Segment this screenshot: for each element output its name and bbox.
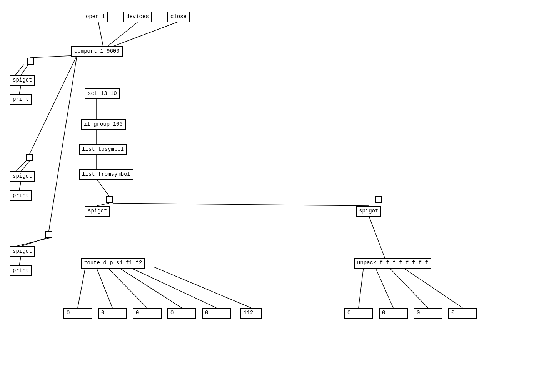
- toggle3[interactable]: [106, 196, 113, 203]
- unum1-label: 0: [347, 310, 350, 316]
- svg-line-31: [375, 267, 393, 308]
- svg-line-15: [96, 178, 109, 196]
- num5-label: 0: [205, 310, 208, 316]
- listfromsymbol-node[interactable]: list fromsymbol: [79, 169, 133, 180]
- sel-node[interactable]: sel 13 10: [85, 88, 120, 99]
- svg-line-16: [97, 203, 109, 206]
- svg-line-21: [16, 238, 50, 246]
- spigot4-node[interactable]: spigot: [10, 246, 35, 257]
- route-node[interactable]: route d p s1 f1 f2: [81, 258, 145, 269]
- toggle4[interactable]: [45, 231, 52, 238]
- unum4-node[interactable]: 0: [448, 308, 477, 319]
- unum1-node[interactable]: 0: [344, 308, 373, 319]
- unum2-label: 0: [382, 310, 385, 316]
- spigot4-label: spigot: [13, 248, 32, 254]
- unum3-node[interactable]: 0: [414, 308, 442, 319]
- unum4-label: 0: [451, 310, 454, 316]
- spigot1-node[interactable]: spigot: [10, 75, 35, 86]
- print3-label: print: [13, 267, 29, 274]
- num5-node[interactable]: 0: [202, 308, 231, 319]
- print1-node[interactable]: print: [10, 94, 32, 105]
- comport-label: comport 1 9600: [74, 48, 120, 54]
- spigot1-label: spigot: [13, 77, 32, 83]
- svg-line-14: [19, 180, 21, 190]
- num1-label: 0: [67, 310, 70, 316]
- num6-node[interactable]: 112: [240, 308, 262, 319]
- print3-node[interactable]: print: [10, 265, 32, 276]
- unum3-label: 0: [417, 310, 420, 316]
- unum2-node[interactable]: 0: [379, 308, 408, 319]
- svg-line-26: [118, 267, 182, 308]
- spigot3-node[interactable]: spigot: [85, 206, 110, 217]
- svg-line-13: [16, 161, 26, 171]
- open1-node[interactable]: open 1: [83, 12, 108, 22]
- svg-line-3: [30, 55, 77, 58]
- open1-label: open 1: [86, 13, 105, 20]
- svg-line-2: [113, 21, 181, 46]
- spigot3-label: spigot: [88, 208, 107, 214]
- print2-label: print: [13, 192, 29, 199]
- svg-line-6: [19, 84, 21, 94]
- svg-line-33: [402, 267, 462, 308]
- toggle5[interactable]: [375, 196, 382, 203]
- route-label: route d p s1 f1 f2: [84, 260, 142, 266]
- zlgroup-node[interactable]: zl group 100: [81, 119, 126, 130]
- zlgroup-label: zl group 100: [84, 121, 123, 127]
- sel-label: sel 13 10: [88, 90, 117, 97]
- num2-label: 0: [101, 310, 104, 316]
- num6-label: 112: [244, 310, 253, 316]
- svg-line-32: [389, 267, 428, 308]
- svg-line-28: [154, 267, 251, 308]
- svg-line-27: [129, 267, 216, 308]
- listfromsymbol-label: list fromsymbol: [82, 171, 130, 177]
- svg-line-12: [21, 161, 30, 171]
- svg-line-22: [19, 255, 21, 265]
- listtosymbol-label: list tosymbol: [82, 146, 124, 152]
- devices-label: devices: [126, 13, 149, 20]
- unpack-label: unpack f f f f f f f f: [357, 260, 428, 266]
- svg-line-20: [21, 238, 47, 246]
- print2-node[interactable]: print: [10, 190, 32, 201]
- unpack-node[interactable]: unpack f f f f f f f f: [354, 258, 431, 269]
- svg-line-19: [49, 55, 77, 231]
- spigot5-node[interactable]: spigot: [356, 206, 381, 217]
- comport-node[interactable]: comport 1 9600: [71, 46, 123, 57]
- svg-line-30: [359, 267, 364, 308]
- svg-line-0: [98, 21, 103, 46]
- num4-node[interactable]: 0: [167, 308, 196, 319]
- spigot2-label: spigot: [13, 173, 32, 179]
- svg-line-1: [108, 21, 139, 46]
- toggle2[interactable]: [26, 154, 33, 161]
- spigot5-label: spigot: [359, 208, 378, 214]
- svg-line-23: [78, 267, 85, 308]
- devices-node[interactable]: devices: [123, 12, 152, 22]
- num1-node[interactable]: 0: [63, 308, 92, 319]
- listtosymbol-node[interactable]: list tosymbol: [79, 144, 127, 155]
- svg-line-4: [21, 65, 28, 75]
- svg-line-11: [30, 55, 77, 154]
- toggle1[interactable]: [27, 58, 34, 65]
- close-node[interactable]: close: [167, 12, 190, 22]
- svg-line-24: [96, 267, 112, 308]
- svg-line-29: [369, 215, 385, 258]
- svg-line-5: [15, 65, 24, 75]
- num3-node[interactable]: 0: [133, 308, 162, 319]
- num2-node[interactable]: 0: [98, 308, 127, 319]
- spigot2-node[interactable]: spigot: [10, 171, 35, 182]
- svg-line-25: [107, 267, 147, 308]
- svg-line-17: [113, 203, 369, 206]
- num3-label: 0: [136, 310, 139, 316]
- close-label: close: [170, 13, 187, 20]
- num4-label: 0: [170, 310, 174, 316]
- print1-label: print: [13, 96, 29, 102]
